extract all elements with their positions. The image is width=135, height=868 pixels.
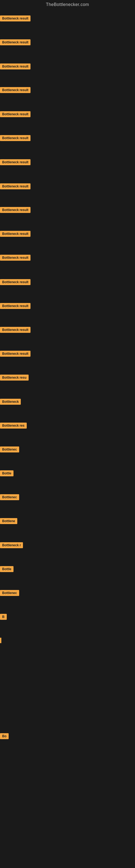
bottleneck-item: Bottle [0,566,13,573]
bottleneck-badge: Bottleneck resu [0,375,29,380]
bottleneck-item: Bottleneck result [0,16,31,23]
bottleneck-badge: Bottleneck r [0,542,23,548]
bottleneck-badge: Bottlenec [0,590,19,596]
bottleneck-item: Bottleneck result [0,207,31,214]
bottleneck-item: Bottleneck result [0,351,31,358]
bottleneck-badge: Bottleneck result [0,111,31,117]
bottleneck-badge: Bottleneck result [0,303,31,309]
bottleneck-item: B [0,614,7,621]
site-title: TheBottlenecker.com [0,0,135,9]
bottleneck-item: Bottlenec [0,446,19,454]
bottleneck-item: Bottleneck result [0,39,31,46]
bottleneck-item: Bottleneck result [0,87,31,94]
bottleneck-item: Bottleneck result [0,303,31,310]
bottleneck-item: Bottleneck result [0,159,31,166]
bottleneck-item: Bottleneck result [0,255,31,262]
bottleneck-item: Bottlene [0,518,17,525]
bottleneck-badge: Bottlenec [0,494,19,500]
bottleneck-badge: Bottleneck result [0,39,31,45]
bottleneck-item: Bottleneck result [0,327,31,334]
bottleneck-badge: Bottle [0,470,13,476]
bottleneck-item: Bottleneck result [0,231,31,238]
bottleneck-badge: Bottleneck result [0,255,31,261]
bottleneck-item: Bottle [0,470,13,477]
bottleneck-indicator [0,638,1,643]
bottleneck-badge: Bottleneck result [0,183,31,189]
bottleneck-item: Bottleneck result [0,63,31,70]
bottleneck-badge: B [0,614,7,620]
bottleneck-item: Bottleneck res [0,423,27,430]
bottleneck-item: Bottleneck result [0,135,31,142]
bottleneck-badge: Bottleneck result [0,135,31,141]
bottleneck-item: Bottleneck result [0,111,31,118]
bottleneck-badge: Bottleneck result [0,279,31,285]
bottleneck-badge: Bottleneck result [0,207,31,213]
bottleneck-item: Bottlenec [0,494,19,501]
bottleneck-badge: Bottleneck result [0,327,31,333]
bottleneck-item: Bottleneck r [0,542,23,549]
bottleneck-badge: Bottleneck res [0,423,27,429]
bottleneck-badge: Bottleneck result [0,63,31,69]
bottleneck-badge: Bottleneck result [0,87,31,93]
bottleneck-badge: Bottleneck [0,399,21,405]
bottleneck-badge: Bottlene [0,518,17,524]
bottleneck-badge: Bottleneck result [0,351,31,357]
bottleneck-badge: Bottleneck result [0,159,31,165]
bottleneck-badge: Bottlenec [0,446,19,453]
bottleneck-item: Bottlenec [0,590,19,597]
bottleneck-item: Bo [0,733,9,740]
bottleneck-badge: Bottle [0,566,13,572]
bottleneck-item: Bottleneck [0,399,21,406]
bottleneck-item: Bottleneck result [0,279,31,286]
bottleneck-item: Bottleneck resu [0,375,29,382]
bottleneck-badge: Bottleneck result [0,16,31,22]
bottleneck-item: Bottleneck result [0,183,31,190]
bottleneck-badge: Bottleneck result [0,231,31,237]
bottleneck-badge: Bo [0,733,9,739]
